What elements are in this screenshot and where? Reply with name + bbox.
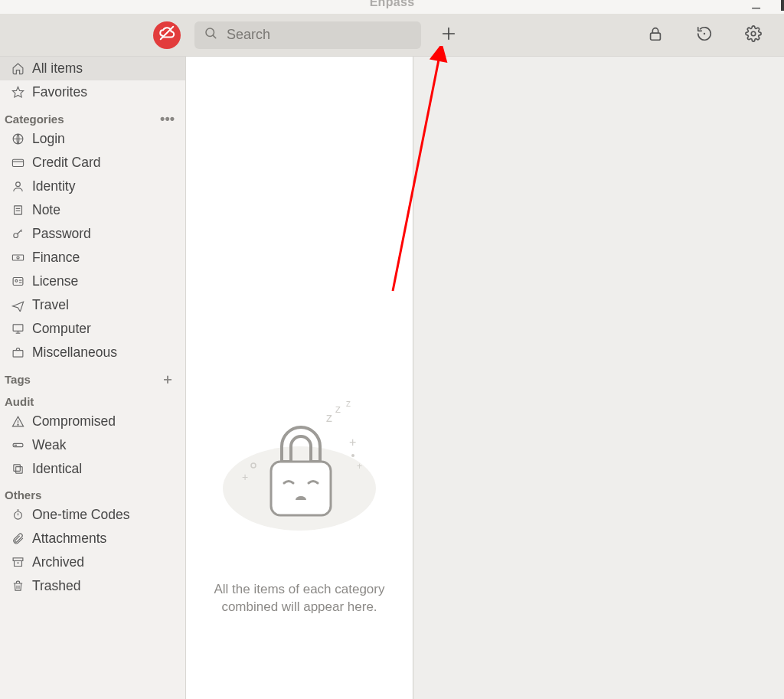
- search-input[interactable]: [225, 26, 412, 44]
- svg-text:+: +: [349, 436, 356, 449]
- window-titlebar: Enpass –: [0, 0, 784, 14]
- window-edge: [781, 0, 784, 11]
- sidebar-item-one-time-codes[interactable]: One-time Codes: [0, 503, 185, 527]
- svg-rect-26: [13, 351, 23, 358]
- plane-icon: [11, 299, 24, 312]
- sidebar-item-label: Identity: [32, 178, 75, 194]
- svg-point-33: [14, 511, 21, 519]
- sidebar-item-label: Weak: [32, 437, 66, 453]
- svg-rect-19: [13, 278, 23, 286]
- sidebar-item-archived[interactable]: Archived: [0, 550, 185, 574]
- sidebar-item-label: Trashed: [32, 578, 81, 594]
- sidebar-item-label: Credit Card: [32, 155, 100, 171]
- sidebar-item-label: Login: [32, 131, 65, 147]
- svg-rect-5: [651, 33, 661, 40]
- sidebar-item-note[interactable]: Note: [0, 198, 185, 222]
- svg-rect-10: [12, 159, 23, 166]
- svg-rect-13: [14, 206, 21, 214]
- svg-rect-32: [15, 467, 22, 474]
- sidebar-item-label: One-time Codes: [32, 507, 129, 523]
- sidebar-item-login[interactable]: Login: [0, 127, 185, 151]
- monitor-icon: [11, 322, 24, 336]
- sidebar-item-label: Compromised: [32, 413, 116, 430]
- sidebar-item-label: Archived: [32, 554, 84, 570]
- sidebar-item-travel[interactable]: Travel: [0, 293, 185, 317]
- lock-icon: [647, 25, 664, 44]
- svg-rect-31: [13, 465, 19, 472]
- svg-line-2: [213, 35, 215, 38]
- id-card-icon: [11, 275, 24, 289]
- categories-more-button[interactable]: •••: [160, 112, 175, 126]
- item-detail-column: [413, 57, 784, 699]
- sidebar-item-all-items[interactable]: All items: [0, 57, 185, 80]
- sidebar-section-tags: Tags ＋: [0, 367, 185, 387]
- sidebar-item-label: All items: [32, 60, 83, 77]
- sidebar-item-identity[interactable]: Identity: [0, 175, 185, 198]
- window-minimize-button[interactable]: –: [751, 0, 761, 16]
- sidebar-item-password[interactable]: Password: [0, 222, 185, 246]
- person-icon: [11, 180, 24, 194]
- item-list-column: z z z + + + All the: [186, 57, 413, 699]
- sidebar-item-compromised[interactable]: Compromised: [0, 410, 185, 433]
- section-title: Audit: [5, 395, 34, 408]
- toolbar: [0, 14, 784, 57]
- sidebar-item-license[interactable]: License: [0, 269, 185, 293]
- settings-button[interactable]: [740, 21, 767, 49]
- svg-rect-36: [13, 558, 23, 561]
- svg-point-6: [704, 33, 705, 34]
- sidebar-item-label: Password: [32, 226, 91, 242]
- briefcase-icon: [11, 346, 24, 360]
- warning-icon: [11, 415, 24, 429]
- add-tag-button[interactable]: ＋: [161, 372, 175, 386]
- sidebar-item-favorites[interactable]: Favorites: [0, 80, 185, 104]
- svg-text:z: z: [326, 411, 332, 424]
- sidebar-section-categories: Categories •••: [0, 107, 185, 127]
- plus-icon: [440, 25, 457, 44]
- sidebar-item-weak[interactable]: Weak: [0, 433, 185, 457]
- sidebar-item-finance[interactable]: Finance: [0, 246, 185, 269]
- sidebar-item-label: Identical: [32, 461, 82, 477]
- search-icon: [204, 26, 217, 44]
- sidebar-item-label: Favorites: [32, 84, 87, 100]
- sync-now-button[interactable]: [691, 21, 718, 49]
- plus-icon: ＋: [161, 371, 175, 387]
- sidebar-item-credit-card[interactable]: Credit Card: [0, 151, 185, 175]
- svg-point-7: [751, 31, 756, 36]
- section-title: Others: [5, 488, 41, 501]
- svg-rect-49: [271, 462, 331, 515]
- sidebar-item-identical[interactable]: Identical: [0, 457, 185, 481]
- svg-point-48: [351, 454, 354, 457]
- sidebar-section-others: Others: [0, 484, 185, 503]
- sidebar-item-label: Note: [32, 202, 60, 218]
- section-title: Tags: [5, 373, 31, 386]
- cloud-sync-disabled-badge[interactable]: [153, 21, 181, 49]
- svg-text:z: z: [346, 400, 351, 409]
- note-icon: [11, 204, 24, 217]
- search-field[interactable]: [194, 21, 421, 49]
- gear-icon: [745, 25, 762, 44]
- sidebar-item-attachments[interactable]: Attachments: [0, 527, 185, 550]
- sidebar: All items Favorites Categories ••• Login…: [0, 57, 186, 699]
- empty-state-illustration: z z z + + +: [201, 400, 397, 538]
- svg-point-20: [15, 279, 17, 282]
- svg-rect-17: [12, 255, 23, 260]
- lock-vault-button[interactable]: [642, 21, 669, 49]
- home-icon: [11, 62, 24, 76]
- sidebar-item-miscellaneous[interactable]: Miscellaneous: [0, 341, 185, 364]
- sidebar-item-label: Travel: [32, 297, 69, 313]
- star-icon: [11, 86, 24, 100]
- sidebar-section-audit: Audit: [0, 390, 185, 410]
- trash-icon: [11, 580, 24, 593]
- globe-icon: [11, 132, 24, 146]
- gauge-icon: [11, 439, 24, 452]
- sidebar-item-trashed[interactable]: Trashed: [0, 574, 185, 598]
- duplicate-icon: [11, 462, 24, 476]
- sidebar-item-label: Finance: [32, 250, 80, 266]
- add-item-button[interactable]: [435, 21, 462, 49]
- sidebar-item-computer[interactable]: Computer: [0, 317, 185, 341]
- svg-point-12: [15, 182, 20, 187]
- credit-card-icon: [11, 156, 24, 170]
- ellipsis-icon: •••: [160, 111, 175, 126]
- sidebar-item-label: Miscellaneous: [32, 345, 117, 361]
- svg-point-16: [13, 234, 18, 238]
